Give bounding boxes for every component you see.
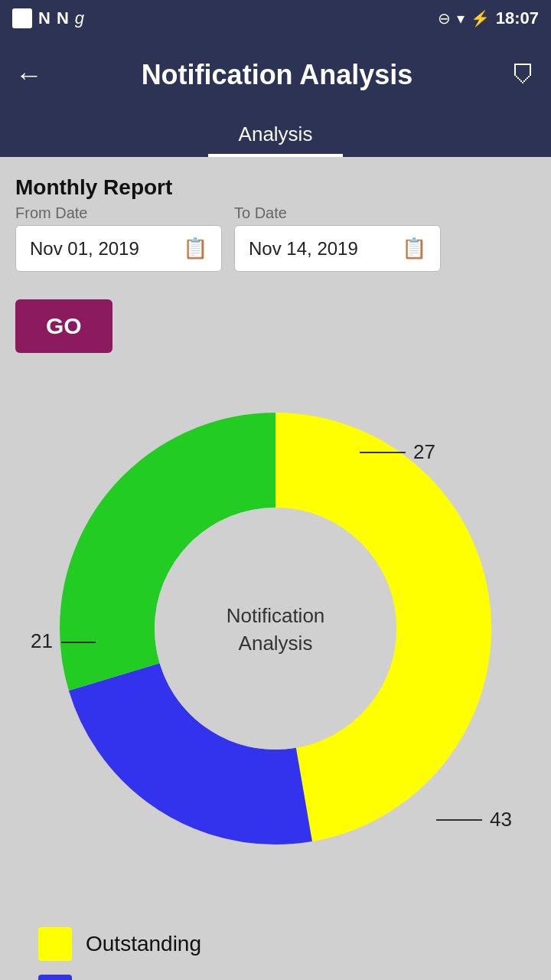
donut-chart: Notification Analysis 27 43 21	[23, 376, 528, 881]
status-bar-left: N N g	[12, 8, 84, 28]
tab-analysis[interactable]: Analysis	[208, 113, 344, 157]
to-date-value: Nov 14, 2019	[249, 238, 393, 260]
to-date-label: To Date	[234, 204, 441, 222]
go-button[interactable]: GO	[15, 299, 112, 353]
date-row: From Date Nov 01, 2019 📋 To Date Nov 14,…	[15, 204, 536, 353]
minus-icon: ⊖	[438, 9, 451, 28]
section-title: Monthly Report	[15, 175, 536, 200]
svg-text:27: 27	[413, 440, 435, 463]
svg-text:21: 21	[31, 629, 53, 652]
calendar-icon-from: 📋	[183, 237, 207, 260]
top-bar: ← Notification Analysis ⛉	[0, 37, 551, 113]
square-icon	[12, 8, 32, 28]
g-icon: g	[75, 8, 84, 28]
legend-label-outstanding: Outstanding	[86, 932, 201, 956]
chart-container: Notification Analysis 27 43 21	[15, 376, 536, 897]
svg-text:43: 43	[490, 808, 512, 831]
svg-text:Notification: Notification	[227, 604, 325, 627]
tab-bar: Analysis	[0, 113, 551, 157]
page-title: Notification Analysis	[142, 59, 413, 91]
legend-item-outstanding: Outstanding	[38, 927, 513, 961]
n2-icon: N	[57, 8, 69, 28]
filter-icon[interactable]: ⛉	[511, 61, 536, 90]
svg-point-4	[155, 508, 396, 750]
wifi-icon: ▾	[457, 9, 465, 28]
calendar-icon-to: 📋	[402, 237, 426, 260]
status-bar-right: ⊖ ▾ ⚡ 18:07	[438, 8, 539, 28]
status-time: 18:07	[496, 8, 539, 28]
to-date-input[interactable]: Nov 14, 2019 📋	[234, 225, 441, 272]
svg-text:Analysis: Analysis	[239, 632, 313, 655]
to-date-group: To Date Nov 14, 2019 📋	[234, 204, 441, 272]
from-date-group: From Date Nov 01, 2019 📋	[15, 204, 222, 272]
content-area: Monthly Report From Date Nov 01, 2019 📋 …	[0, 157, 551, 980]
back-button[interactable]: ←	[15, 59, 43, 91]
n1-icon: N	[38, 8, 51, 28]
from-date-label: From Date	[15, 204, 222, 222]
legend-item-inprogress: Inprogress	[38, 975, 513, 980]
legend: Outstanding Inprogress Completed	[15, 920, 536, 980]
legend-color-outstanding	[38, 927, 72, 961]
from-date-input[interactable]: Nov 01, 2019 📋	[15, 225, 222, 272]
from-date-value: Nov 01, 2019	[30, 238, 174, 260]
status-bar: N N g ⊖ ▾ ⚡ 18:07	[0, 0, 551, 37]
legend-color-inprogress	[38, 975, 72, 980]
signal-off-icon: ⚡	[471, 9, 490, 28]
